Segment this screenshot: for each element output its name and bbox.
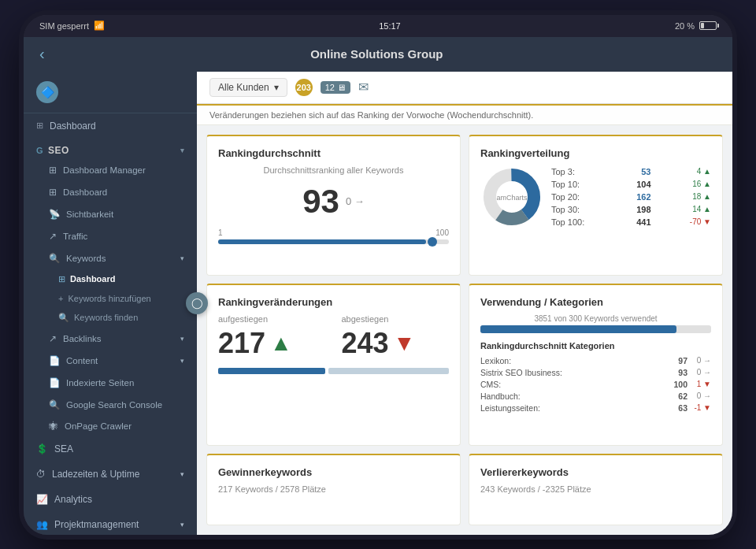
dist-row: Top 3: 53 4 bbox=[551, 165, 711, 178]
wifi-icon: 📶 bbox=[94, 20, 105, 31]
sidebar-item-label: Keywords hinzufügen bbox=[68, 294, 150, 303]
sidebar-item-keywords[interactable]: 🔍 Keywords ▾ bbox=[24, 247, 197, 269]
seo-chevron[interactable]: ▾ bbox=[180, 147, 185, 154]
sidebar-item-kw-add[interactable]: + Keywords hinzufügen bbox=[24, 289, 197, 308]
usage-bar-fill bbox=[480, 325, 676, 333]
categories-table: Lexikon: 97 0 → Sistrix SEO Ibusiness: 9… bbox=[480, 355, 711, 414]
cat-value: 63 bbox=[665, 403, 687, 413]
card-loser-keywords: Verliererkeywords 243 Keywords / -2325 P… bbox=[469, 454, 723, 525]
card-usage-title: Verwendung / Kategorien bbox=[480, 296, 711, 308]
ranking-avg-number-row: 93 0 → bbox=[218, 183, 449, 221]
card-ranking-avg: Rankingdurchschnitt Durchschnittsranking… bbox=[206, 135, 461, 276]
sidebar-item-sichtbarkeit[interactable]: 📡 Sichtbarkeit bbox=[24, 203, 197, 225]
card-winner-keywords: Gewinnerkeywords 217 Keywords / 2578 Plä… bbox=[206, 454, 461, 525]
progress-segment-blue bbox=[218, 368, 325, 374]
sidebar-item-label: Keywords bbox=[66, 254, 106, 263]
sidebar-header: 🔷 bbox=[24, 72, 197, 113]
bl-icon: ↗ bbox=[49, 333, 57, 344]
dist-change: 16 bbox=[684, 180, 711, 189]
card-ranking-changes: Rankingveränderungen aufgestiegen 217 ▲ … bbox=[206, 284, 461, 446]
customer-selector[interactable]: Alle Kunden ▾ bbox=[209, 78, 287, 97]
dist-value: 162 bbox=[628, 192, 651, 202]
sidebar-item-label: Dashboard bbox=[63, 187, 107, 197]
sea-icon: 💲 bbox=[36, 443, 48, 454]
sidebar-item-dashboard-manager[interactable]: ⊞ Dashboard Manager bbox=[24, 159, 197, 181]
battery-text: 20 % bbox=[675, 21, 695, 31]
secondary-badge: 12 🖥 bbox=[321, 81, 350, 94]
dist-label: Top 20: bbox=[551, 192, 595, 202]
pm-chevron[interactable]: ▾ bbox=[180, 521, 184, 529]
sidebar-item-projektmanagement[interactable]: 👥 Projektmanagement ▾ bbox=[24, 512, 197, 535]
sidebar-item-backlinks[interactable]: ↗ Backlinks ▾ bbox=[24, 328, 197, 350]
dist-row: Top 100: 441 -70 bbox=[551, 216, 711, 228]
dist-change: 4 bbox=[684, 167, 711, 176]
secondary-badge-value: 12 bbox=[325, 83, 335, 92]
sidebar-item-label: Analytics bbox=[54, 494, 92, 505]
carrier-text: SIM gesperrt bbox=[39, 21, 89, 31]
tablet-frame: SIM gesperrt 📶 15:17 20 % ‹ Online Solut… bbox=[24, 15, 732, 535]
sidebar-item-traffic[interactable]: ↗ Traffic bbox=[24, 225, 197, 247]
card-ranking-dist: Rankingverteilung amCharts bbox=[469, 135, 723, 276]
card-ranking-dist-title: Rankingverteilung bbox=[480, 147, 711, 159]
progress-segment-gray bbox=[328, 368, 449, 374]
back-button[interactable]: ‹ bbox=[36, 42, 48, 66]
loser-keywords-title: Verliererkeywords bbox=[480, 466, 711, 478]
sidebar-item-ladezeiten[interactable]: ⏱ Ladezeiten & Uptime ▾ bbox=[24, 462, 197, 487]
dist-value: 441 bbox=[628, 217, 651, 227]
sidebar-item-analytics[interactable]: 📈 Analytics bbox=[24, 487, 197, 512]
kw-chevron[interactable]: ▾ bbox=[180, 254, 184, 262]
status-time: 15:17 bbox=[379, 21, 401, 31]
sidebar-item-gsc[interactable]: 🔍 Google Search Console bbox=[24, 394, 197, 416]
dist-change: -70 bbox=[684, 217, 711, 227]
sidebar-item-kw-dashboard[interactable]: ⊞ Dashboard bbox=[24, 269, 197, 289]
seo-label: SEO bbox=[48, 145, 69, 156]
sidebar-toggle-button[interactable]: ◯ bbox=[186, 292, 208, 314]
sidebar-item-sea[interactable]: 💲 SEA bbox=[24, 436, 197, 462]
winner-keywords-title: Gewinnerkeywords bbox=[218, 466, 449, 478]
cat-row: CMS: 100 1 ▼ bbox=[480, 379, 711, 391]
sd-icon: ⊞ bbox=[49, 187, 57, 198]
change-down-number: 243 ▼ bbox=[342, 327, 450, 360]
sidebar-item-crawler[interactable]: 🕷 OnPage Crawler bbox=[24, 416, 197, 436]
dist-change: 18 bbox=[684, 192, 711, 202]
sidebar-item-content[interactable]: 📄 Content ▾ bbox=[24, 350, 197, 372]
notification-badge[interactable]: 203 bbox=[295, 79, 313, 96]
sidebar: 🔷 ⊞ Dashboard G SEO ▾ ⊞ Dashboard Manage… bbox=[24, 72, 197, 535]
sidebar-wrapper: 🔷 ⊞ Dashboard G SEO ▾ ⊞ Dashboard Manage… bbox=[24, 72, 197, 535]
cat-change: 1 ▼ bbox=[687, 380, 711, 389]
cat-row: Sistrix SEO Ibusiness: 93 0 → bbox=[480, 367, 711, 379]
sidebar-item-label: Content bbox=[66, 356, 98, 365]
kwf-icon: 🔍 bbox=[58, 313, 69, 323]
cat-name: Sistrix SEO Ibusiness: bbox=[480, 368, 665, 377]
usage-bar-container: 3851 von 300 Keywords verwendet bbox=[480, 314, 711, 333]
dist-value: 53 bbox=[628, 167, 651, 176]
traffic-icon: ↗ bbox=[49, 231, 57, 242]
sidebar-item-dashboard[interactable]: ⊞ Dashboard bbox=[24, 113, 197, 139]
slider-labels: 1 100 bbox=[218, 228, 449, 237]
card-usage: Verwendung / Kategorien 3851 von 300 Key… bbox=[469, 284, 723, 446]
lz-chevron[interactable]: ▾ bbox=[180, 470, 184, 478]
usage-bar-label: 3851 von 300 Keywords verwendet bbox=[480, 314, 711, 323]
right-panel: Alle Kunden ▾ 203 12 🖥 ✉ Veränderungen b… bbox=[197, 72, 732, 535]
ranking-slider[interactable]: 1 100 bbox=[218, 228, 449, 244]
main-content: 🔷 ⊞ Dashboard G SEO ▾ ⊞ Dashboard Manage… bbox=[24, 72, 732, 535]
dist-value: 198 bbox=[628, 205, 651, 214]
idx-icon: 📄 bbox=[49, 377, 60, 388]
cat-change: -1 ▼ bbox=[687, 403, 711, 413]
cat-row: Lexikon: 97 0 → bbox=[480, 355, 711, 367]
ranking-avg-value: 93 bbox=[302, 183, 339, 221]
sidebar-item-label: Ladezeiten & Uptime bbox=[52, 469, 139, 480]
sidebar-item-seo-dashboard[interactable]: ⊞ Dashboard bbox=[24, 181, 197, 203]
donut-area: amCharts Top 3: 53 4 Top 10: 104 bbox=[480, 165, 711, 228]
bl-chevron[interactable]: ▾ bbox=[180, 335, 184, 343]
cont-chevron[interactable]: ▾ bbox=[180, 357, 184, 365]
sidebar-item-kw-find[interactable]: 🔍 Keywords finden bbox=[24, 308, 197, 328]
slider-thumb bbox=[428, 237, 437, 247]
changes-grid: aufgestiegen 217 ▲ abgestiegen 243 ▼ bbox=[218, 314, 449, 360]
sidebar-item-indexierte[interactable]: 📄 Indexierte Seiten bbox=[24, 372, 197, 394]
crawl-icon: 🕷 bbox=[49, 421, 58, 431]
gsc-icon: 🔍 bbox=[49, 399, 60, 410]
mail-icon[interactable]: ✉ bbox=[358, 80, 369, 95]
dist-label: Top 10: bbox=[551, 180, 595, 189]
cat-value: 93 bbox=[665, 368, 687, 377]
